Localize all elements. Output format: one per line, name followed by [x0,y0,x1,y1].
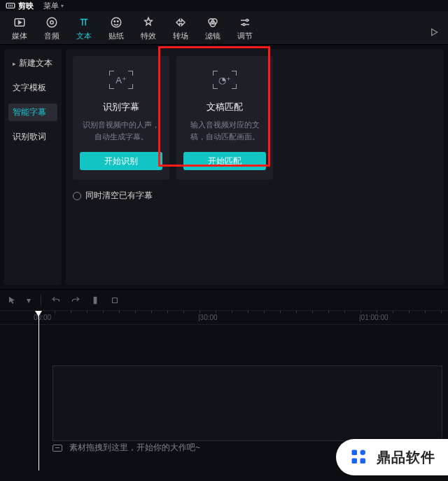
tab-label: 媒体 [12,31,27,41]
card-desc: 识别音视频中的人声，自动生成字幕。 [81,119,161,142]
app-name: 剪映 [18,1,34,11]
undo-button[interactable] [51,295,61,305]
subtitle-glyph-icon: A⁺ [109,71,133,89]
svg-rect-18 [360,459,366,464]
tab-label: 音频 [44,31,59,41]
clip-icon [52,445,62,452]
playhead[interactable] [38,311,39,470]
svg-point-6 [118,21,119,22]
play-icon [428,27,440,38]
filter-icon [206,15,220,29]
ruler-mark: |01:00:00 [359,314,388,321]
card-recognize-subtitle: A⁺ 识别字幕 识别音视频中的人声，自动生成字幕。 开始识别 [73,56,169,180]
drop-hint-text: 素材拖拽到这里，开始你的大作吧~ [69,442,200,454]
radio-icon [73,192,81,200]
tab-label: 贴纸 [108,31,124,41]
sidebar-item-label: 文字模板 [13,82,46,94]
chevron-down-icon: ▾ [61,3,64,9]
text-icon [77,15,91,29]
svg-rect-12 [94,297,94,303]
triangle-icon: ▸ [13,60,16,67]
svg-rect-16 [360,450,366,456]
sidebar-item-smart-subtitle[interactable]: 智能字幕 [8,104,57,121]
time-ruler[interactable]: 00:00 |30:00 |01:00:00 [0,311,448,325]
separator [41,295,41,306]
svg-point-10 [246,20,248,22]
pointer-tool[interactable] [7,295,17,305]
sidebar: ▸ 新建文本 文字模板 智能字幕 识别歌词 [4,49,62,285]
start-match-button[interactable]: 开始匹配 [183,152,266,170]
drop-hint: 素材拖拽到这里，开始你的大作吧~ [52,442,200,454]
tab-label: 转场 [173,31,188,41]
sticker-icon [109,15,123,29]
start-recognize-button[interactable]: 开始识别 [80,152,162,170]
sidebar-item-label: 识别歌词 [13,131,46,143]
svg-rect-15 [352,450,358,456]
match-glyph-icon: ◔⁺ [213,71,237,89]
app-logo: 剪映 [6,1,34,11]
timeline-toolbar: ▾ [0,290,448,311]
track-drop-area[interactable] [52,365,442,441]
toolbar-overflow[interactable] [424,22,444,44]
card-row: A⁺ 识别字幕 识别音视频中的人声，自动生成字幕。 开始识别 ◔⁺ 文稿匹配 输… [73,56,437,180]
effects-icon [141,15,155,29]
svg-rect-14 [113,298,118,302]
tab-text[interactable]: 文本 [69,15,99,44]
delete-button[interactable] [110,295,120,305]
logo-icon [6,1,15,11]
card-desc: 输入音视频对应的文稿，自动匹配画面。 [185,119,265,142]
tab-adjust[interactable]: 调节 [230,15,260,44]
svg-rect-17 [352,459,358,464]
sidebar-item-label: 新建文本 [19,57,52,69]
sidebar-item-lyrics[interactable]: 识别歌词 [8,128,57,146]
sidebar-item-text-template[interactable]: 文字模板 [8,79,57,97]
watermark-text: 鼎品软件 [377,448,435,467]
sidebar-item-new-text[interactable]: ▸ 新建文本 [8,55,57,72]
adjust-icon [238,15,252,29]
tab-label: 文本 [76,31,92,41]
transition-icon [174,15,188,29]
media-icon [13,15,27,29]
card-icon: ◔⁺ [211,66,239,94]
svg-point-11 [243,24,245,26]
tab-effects[interactable]: 特效 [133,15,164,44]
top-toolbar: 媒体 音频 文本 贴纸 特效 转场 滤镜 调节 [0,11,448,45]
watermark-logo-icon [349,447,370,468]
menu-dropdown[interactable]: 菜单 ▾ [39,1,68,11]
card-title: 识别字幕 [103,101,139,113]
pointer-dropdown[interactable]: ▾ [27,295,31,305]
ruler-mark: |30:00 [198,314,218,321]
svg-rect-13 [96,297,97,303]
sidebar-item-label: 智能字幕 [13,106,46,118]
svg-point-2 [47,18,57,27]
card-icon: A⁺ [107,66,135,94]
split-button[interactable] [90,295,100,305]
card-title: 文稿匹配 [206,101,243,113]
svg-point-5 [114,21,115,22]
tab-filter[interactable]: 滤镜 [197,15,228,44]
tab-label: 滤镜 [205,31,220,41]
content-panel: A⁺ 识别字幕 识别音视频中的人声，自动生成字幕。 开始识别 ◔⁺ 文稿匹配 输… [66,49,444,285]
menu-label: 菜单 [43,1,59,11]
tab-sticker[interactable]: 贴纸 [101,15,132,44]
checkbox-label: 同时清空已有字幕 [85,190,153,202]
tab-label: 特效 [141,31,156,41]
tab-transition[interactable]: 转场 [165,15,196,44]
main-panel: ▸ 新建文本 文字模板 智能字幕 识别歌词 A⁺ 识别字幕 识别音视频中的人声，… [0,45,448,290]
clear-subtitles-checkbox[interactable]: 同时清空已有字幕 [73,190,437,202]
audio-icon [45,15,59,29]
tab-media[interactable]: 媒体 [4,15,35,44]
tab-audio[interactable]: 音频 [36,15,67,44]
redo-button[interactable] [71,295,80,305]
titlebar: 剪映 菜单 ▾ [0,0,448,11]
svg-point-4 [111,18,121,27]
watermark-badge: 鼎品软件 [336,439,448,475]
card-script-match: ◔⁺ 文稿匹配 输入音视频对应的文稿，自动匹配画面。 开始匹配 [176,56,273,180]
tab-label: 调节 [237,31,253,41]
svg-point-3 [50,21,54,25]
